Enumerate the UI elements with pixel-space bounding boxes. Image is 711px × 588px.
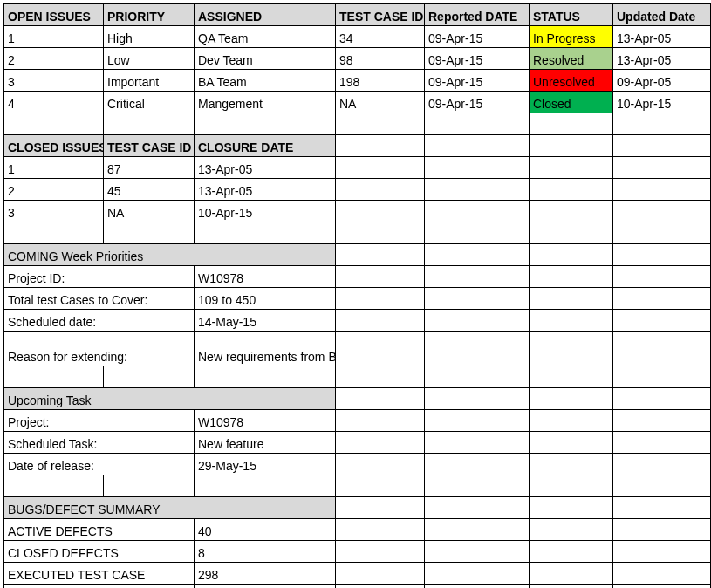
empty-cell [336, 388, 425, 410]
col-closed-issues: CLOSED ISSUES [4, 135, 104, 157]
spacer-row [4, 113, 711, 135]
open-issues-row: 3 Important BA Team 198 09-Apr-15 Unreso… [4, 70, 711, 92]
empty-cell [613, 563, 711, 585]
empty-cell [530, 410, 613, 432]
ut-label: Date of release: [4, 454, 195, 475]
empty-cell [336, 157, 425, 179]
empty-cell [530, 157, 613, 179]
coming-week-row: Scheduled date: 14-May-15 [4, 310, 711, 332]
cell-open-n: 4 [4, 92, 104, 113]
ut-value: 29-May-15 [195, 454, 336, 475]
coming-week-row: Reason for extending: New requirements f… [4, 332, 711, 366]
bugs-summary-row: EXECUTED TEST CASE 298 [4, 563, 711, 585]
cw-value: 109 to 450 [195, 288, 336, 310]
ut-label: Project: [4, 410, 195, 432]
cell-closure-date: 10-Apr-15 [195, 201, 336, 222]
empty-cell [336, 519, 425, 541]
empty-cell [613, 201, 711, 222]
empty-cell [613, 519, 711, 541]
empty-cell [530, 388, 613, 410]
empty-cell [613, 288, 711, 310]
empty-cell [425, 388, 530, 410]
bs-label: CLOSED DEFECTS [4, 541, 195, 563]
col-test-case-id: TEST CASE ID [336, 4, 425, 26]
empty-cell [530, 179, 613, 201]
cell-closure-date: 13-Apr-05 [195, 179, 336, 201]
cell-udate: 10-Apr-15 [613, 92, 711, 113]
empty-cell [336, 541, 425, 563]
empty-cell [425, 135, 530, 157]
empty-cell [613, 157, 711, 179]
cell-status: In Progress [530, 26, 613, 48]
cell-open-n: 1 [4, 26, 104, 48]
bs-value: 498 [195, 585, 336, 589]
upcoming-task-title: Upcoming Task [4, 388, 336, 410]
cell-closed-tcid: 45 [104, 179, 195, 201]
spacer-row [4, 475, 711, 497]
empty-cell [530, 432, 613, 454]
empty-cell [613, 585, 711, 589]
cell-status: Resolved [530, 48, 613, 70]
cell-assigned: QA Team [195, 26, 336, 48]
cell-closure-date: 13-Apr-05 [195, 157, 336, 179]
empty-cell [530, 244, 613, 266]
cell-closed-n: 3 [4, 201, 104, 222]
empty-cell [613, 388, 711, 410]
cell-rdate: 09-Apr-15 [425, 70, 530, 92]
empty-cell [613, 541, 711, 563]
col-priority: PRIORITY [104, 4, 195, 26]
spreadsheet-grid: OPEN ISSUES PRIORITY ASSIGNED TEST CASE … [3, 3, 711, 588]
bs-label: ACTIVE DEFECTS [4, 519, 195, 541]
empty-cell [425, 201, 530, 222]
empty-cell [425, 244, 530, 266]
cw-value: W10978 [195, 266, 336, 288]
cell-udate: 13-Apr-05 [613, 48, 711, 70]
empty-cell [336, 310, 425, 332]
empty-cell [530, 288, 613, 310]
cw-label: Project ID: [4, 266, 195, 288]
closed-issues-header-row: CLOSED ISSUES TEST CASE ID CLOSURE DATE [4, 135, 711, 157]
empty-cell [336, 563, 425, 585]
empty-cell [530, 497, 613, 519]
empty-cell [613, 266, 711, 288]
empty-cell [425, 585, 530, 589]
empty-cell [425, 310, 530, 332]
empty-cell [613, 135, 711, 157]
ut-value: W10978 [195, 410, 336, 432]
empty-cell [613, 410, 711, 432]
empty-cell [530, 541, 613, 563]
bs-label: UN EXECUTED TEST CASE [4, 585, 195, 589]
open-issues-header-row: OPEN ISSUES PRIORITY ASSIGNED TEST CASE … [4, 4, 711, 26]
empty-cell [530, 454, 613, 475]
col-updated-date: Updated Date [613, 4, 711, 26]
cell-assigned: Mangement [195, 92, 336, 113]
cw-label: Total test Cases to Cover: [4, 288, 195, 310]
cw-label: Scheduled date: [4, 310, 195, 332]
bs-value: 298 [195, 563, 336, 585]
empty-cell [613, 454, 711, 475]
empty-cell [336, 497, 425, 519]
empty-cell [336, 135, 425, 157]
empty-cell [425, 332, 530, 366]
upcoming-task-row: Date of release: 29-May-15 [4, 454, 711, 475]
cell-tcid: NA [336, 92, 425, 113]
cell-rdate: 09-Apr-15 [425, 48, 530, 70]
bugs-summary-title: BUGS/DEFECT SUMMARY [4, 497, 336, 519]
empty-cell [530, 310, 613, 332]
empty-cell [336, 288, 425, 310]
cell-status: Unresolved [530, 70, 613, 92]
empty-cell [425, 179, 530, 201]
empty-cell [613, 497, 711, 519]
open-issues-row: 1 High QA Team 34 09-Apr-15 In Progress … [4, 26, 711, 48]
cell-tcid: 198 [336, 70, 425, 92]
cell-tcid: 34 [336, 26, 425, 48]
empty-cell [613, 310, 711, 332]
spacer-row [4, 222, 711, 244]
empty-cell [425, 541, 530, 563]
empty-cell [336, 179, 425, 201]
empty-cell [336, 585, 425, 589]
open-issues-row: 4 Critical Mangement NA 09-Apr-15 Closed… [4, 92, 711, 113]
empty-cell [425, 497, 530, 519]
col-assigned: ASSIGNED [195, 4, 336, 26]
bugs-summary-title-row: BUGS/DEFECT SUMMARY [4, 497, 711, 519]
